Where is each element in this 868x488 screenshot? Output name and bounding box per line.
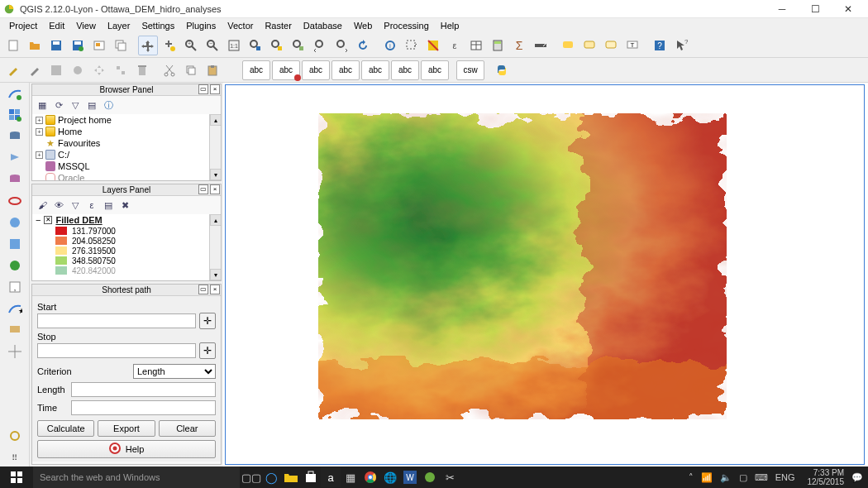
- minimize-button[interactable]: ─: [765, 0, 799, 18]
- tray-battery-icon[interactable]: ▢: [739, 472, 747, 483]
- label-abc-7[interactable]: abc: [421, 60, 449, 80]
- cut-button[interactable]: [160, 60, 179, 80]
- sp-clear-button[interactable]: Clear: [159, 420, 216, 437]
- field-calculator-button[interactable]: [488, 36, 508, 55]
- statistics-button[interactable]: Σ: [509, 36, 529, 55]
- add-wcs-layer-button[interactable]: [6, 235, 24, 253]
- python-console-button[interactable]: [492, 60, 512, 80]
- zoom-last-button[interactable]: [310, 36, 330, 55]
- add-vector-layer-button[interactable]: [6, 84, 24, 103]
- layer-collapse-toggle[interactable]: −: [36, 215, 41, 225]
- taskbar-edge-icon[interactable]: ◯: [261, 467, 281, 487]
- paste-button[interactable]: [203, 60, 222, 80]
- zoom-out-button[interactable]: −: [203, 36, 222, 55]
- tray-volume-icon[interactable]: 🔈: [720, 472, 732, 483]
- save-edits-button[interactable]: [46, 60, 66, 80]
- select-by-expression-button[interactable]: ε: [445, 36, 465, 55]
- browser-item-c-drive[interactable]: C:/: [58, 150, 69, 160]
- pan-map-button[interactable]: [138, 36, 158, 55]
- open-attribute-table-button[interactable]: [466, 36, 486, 55]
- label-abc-3[interactable]: abc: [302, 60, 330, 80]
- processing-toolbox-button[interactable]: [6, 427, 24, 445]
- add-spatialite-layer-button[interactable]: [6, 149, 24, 167]
- sp-time-input[interactable]: [71, 400, 216, 415]
- copy-button[interactable]: [181, 60, 201, 80]
- gps-button[interactable]: [6, 342, 24, 361]
- identify-button[interactable]: i: [380, 36, 400, 55]
- new-project-button[interactable]: [3, 36, 23, 55]
- menu-project[interactable]: Project: [3, 20, 43, 31]
- zoom-full-button[interactable]: [246, 36, 265, 55]
- panel-handle-icon[interactable]: ⠿: [6, 448, 24, 466]
- sp-calculate-button[interactable]: Calculate: [37, 420, 94, 437]
- new-bookmark-button[interactable]: [579, 36, 599, 55]
- layers-manage-button[interactable]: 👁: [52, 199, 65, 212]
- tray-network-icon[interactable]: 📶: [701, 472, 713, 483]
- menu-help[interactable]: Help: [435, 20, 465, 31]
- zoom-next-button[interactable]: [331, 36, 351, 55]
- taskbar-chrome-icon[interactable]: [360, 467, 380, 487]
- tray-keyboard-icon[interactable]: ⌨: [755, 472, 768, 483]
- tray-clock[interactable]: 7:33 PM 12/5/2015: [803, 468, 845, 486]
- browser-item-oracle[interactable]: Oracle: [58, 173, 84, 180]
- text-annotation-button[interactable]: T: [622, 36, 642, 55]
- layers-panel-popout-button[interactable]: ▭: [198, 184, 208, 194]
- sp-export-button[interactable]: Export: [98, 420, 155, 437]
- taskbar-explorer-icon[interactable]: [281, 467, 301, 487]
- menu-vector[interactable]: Vector: [222, 20, 259, 31]
- menu-raster[interactable]: Raster: [259, 20, 297, 31]
- browser-item-home[interactable]: Home: [58, 127, 82, 136]
- browser-add-button[interactable]: ▦: [36, 98, 49, 112]
- map-tips-button[interactable]: [558, 36, 578, 55]
- shortest-path-close-button[interactable]: ×: [210, 285, 220, 294]
- taskbar-store-icon[interactable]: [301, 467, 321, 487]
- map-canvas[interactable]: [225, 84, 865, 465]
- layers-panel-close-button[interactable]: ×: [210, 184, 220, 194]
- browser-tree[interactable]: +Project home +Home ★Favourites +C:/ MSS…: [32, 114, 221, 180]
- label-abc-4[interactable]: abc: [331, 60, 360, 80]
- label-abc-2[interactable]: abc: [272, 60, 300, 80]
- save-button[interactable]: [46, 36, 66, 55]
- open-project-button[interactable]: [25, 36, 45, 55]
- node-tool-button[interactable]: [111, 60, 131, 80]
- label-abc-5[interactable]: abc: [361, 60, 389, 80]
- show-bookmarks-button[interactable]: [601, 36, 621, 55]
- label-abc-1[interactable]: abc: [242, 60, 270, 80]
- browser-filter-button[interactable]: ▽: [69, 98, 82, 112]
- taskbar-word-icon[interactable]: W: [400, 467, 420, 487]
- tray-lang[interactable]: ENG: [775, 472, 795, 482]
- label-abc-6[interactable]: abc: [391, 60, 419, 80]
- zoom-native-button[interactable]: 1:1: [224, 36, 244, 55]
- tray-chevron-icon[interactable]: ˄: [689, 472, 694, 483]
- layers-tree[interactable]: − ✕ Filled DEM 131.797000 204.058250 276…: [32, 214, 221, 280]
- menu-edit[interactable]: Edit: [43, 20, 70, 31]
- layer-filled-dem[interactable]: Filled DEM: [55, 215, 102, 225]
- sp-help-button[interactable]: Help: [37, 440, 216, 458]
- taskbar-qgis-icon[interactable]: [420, 467, 440, 487]
- layers-scrollbar[interactable]: ▴▾: [209, 214, 221, 280]
- pan-to-selection-button[interactable]: [160, 36, 179, 55]
- close-button[interactable]: ✕: [832, 0, 865, 18]
- task-view-button[interactable]: ▢▢: [241, 467, 261, 487]
- browser-item-favourites[interactable]: Favourites: [58, 138, 100, 148]
- deselect-all-button[interactable]: [423, 36, 443, 55]
- taskbar-app1-icon[interactable]: ▦: [341, 467, 360, 487]
- toggle-editing-button[interactable]: [25, 60, 45, 80]
- select-features-button[interactable]: [402, 36, 422, 55]
- layers-expression-button[interactable]: ε: [85, 199, 98, 212]
- zoom-to-selection-button[interactable]: [267, 36, 287, 55]
- browser-item-project-home[interactable]: Project home: [58, 115, 112, 125]
- layer-visibility-checkbox[interactable]: ✕: [44, 216, 52, 224]
- add-mssql-layer-button[interactable]: [6, 170, 24, 189]
- menu-processing[interactable]: Processing: [378, 20, 434, 31]
- sp-stop-input[interactable]: [37, 343, 196, 358]
- zoom-to-layer-button[interactable]: [289, 36, 308, 55]
- add-wfs-layer-button[interactable]: [6, 256, 24, 275]
- layers-filter-button[interactable]: ▽: [69, 199, 82, 212]
- browser-panel-popout-button[interactable]: ▭: [198, 84, 208, 94]
- tray-notifications-icon[interactable]: 💬: [851, 472, 863, 483]
- menu-web[interactable]: Web: [348, 20, 378, 31]
- browser-collapse-button[interactable]: ▤: [85, 98, 98, 112]
- refresh-button[interactable]: [353, 36, 373, 55]
- add-raster-layer-button[interactable]: [6, 106, 24, 124]
